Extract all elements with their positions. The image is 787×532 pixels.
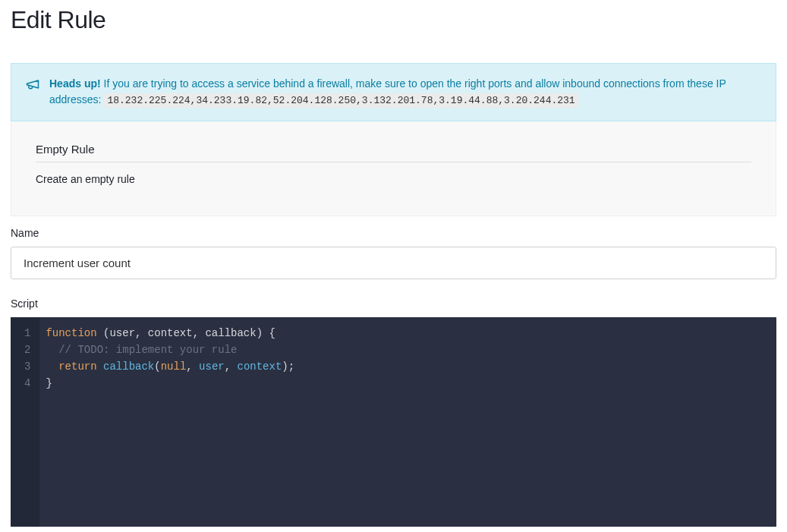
- code-line: }: [46, 375, 770, 392]
- code-content[interactable]: function (user, context, callback) { // …: [39, 317, 776, 527]
- firewall-alert: Heads up! If you are trying to access a …: [11, 63, 776, 121]
- rule-info-panel: Empty Rule Create an empty rule: [11, 121, 776, 216]
- code-line: // TODO: implement your rule: [46, 342, 770, 358]
- page-title: Edit Rule: [11, 6, 776, 34]
- rule-template-description: Create an empty rule: [36, 173, 751, 185]
- script-label: Script: [11, 297, 776, 310]
- code-line: function (user, context, callback) {: [46, 325, 770, 342]
- script-editor[interactable]: 1 2 3 4 function (user, context, callbac…: [11, 317, 776, 527]
- megaphone-icon: [25, 77, 40, 95]
- name-input[interactable]: [11, 247, 776, 279]
- rule-template-heading: Empty Rule: [36, 143, 751, 162]
- line-number: 4: [24, 375, 30, 392]
- name-label: Name: [11, 227, 776, 239]
- line-number: 3: [24, 358, 30, 375]
- code-line: return callback(null, user, context);: [46, 358, 770, 375]
- line-number: 1: [24, 325, 30, 342]
- alert-text: Heads up! If you are trying to access a …: [49, 76, 762, 109]
- alert-strong: Heads up!: [49, 77, 101, 90]
- ip-addresses: 18.232.225.224,34.233.19.82,52.204.128.2…: [104, 93, 578, 108]
- line-number: 2: [24, 342, 30, 358]
- line-number-gutter: 1 2 3 4: [11, 317, 39, 527]
